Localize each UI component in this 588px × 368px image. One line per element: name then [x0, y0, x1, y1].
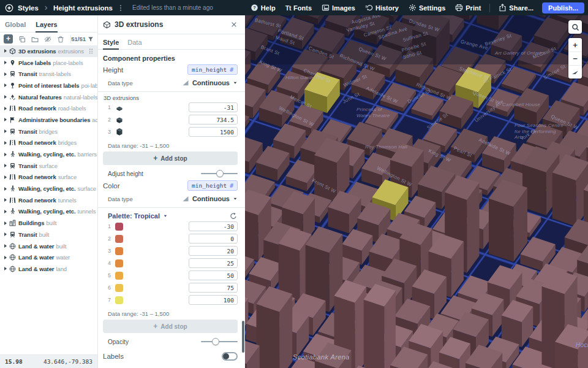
height-field-chip[interactable]: min_height # — [187, 64, 238, 75]
layer-item-built[interactable]: Buildingsbuilt — [0, 217, 97, 229]
layer-item-place-labels[interactable]: Place labelsplace-labels — [0, 57, 97, 69]
layer-item-surface[interactable]: Road networksurface — [0, 172, 97, 183]
kebab-menu-icon[interactable] — [117, 4, 124, 12]
duplicate-layer-button[interactable] — [18, 36, 26, 43]
chevron-right-icon[interactable] — [4, 49, 7, 53]
add-height-stop-button[interactable]: + Add stop — [103, 151, 238, 165]
chevron-right-icon[interactable] — [4, 129, 7, 133]
zoom-in-button[interactable]: + — [568, 38, 582, 52]
color-stop-input[interactable] — [189, 258, 238, 268]
labels-toggle[interactable] — [222, 352, 238, 361]
settings-button[interactable]: Settings — [405, 0, 449, 15]
chevron-right-icon[interactable] — [4, 118, 7, 121]
layer-item-extrusions[interactable]: 3D extrusionsextrusions — [0, 45, 97, 57]
add-layer-button[interactable]: + — [4, 34, 13, 44]
tab-layers[interactable]: Layers — [36, 21, 57, 32]
map-canvas[interactable] — [245, 15, 588, 368]
palette-title[interactable]: Palette: Tropical — [108, 212, 160, 220]
adjust-height-slider[interactable] — [201, 169, 238, 178]
publish-button[interactable]: Publish... — [542, 2, 584, 13]
chevron-right-icon[interactable] — [4, 153, 7, 156]
layer-item-barriers-bridges[interactable]: Walking, cycling, etc.barriers-bridges — [0, 148, 97, 160]
opacity-slider[interactable] — [201, 337, 238, 346]
hide-layer-button[interactable] — [44, 36, 51, 43]
add-color-stop-button[interactable]: + Add stop — [103, 320, 238, 333]
chevron-right-icon[interactable] — [4, 83, 7, 87]
color-swatch[interactable] — [115, 296, 123, 304]
chevron-right-icon[interactable] — [4, 244, 7, 248]
chevron-right-icon[interactable] — [4, 267, 7, 270]
history-button[interactable]: History — [361, 0, 402, 15]
chevron-right-icon[interactable] — [4, 141, 7, 145]
height-stop-input[interactable] — [189, 102, 238, 112]
chevron-right-icon[interactable] — [4, 187, 7, 191]
chevron-right-icon[interactable] — [4, 72, 7, 76]
layer-item-natural-labels[interactable]: Natural featuresnatural-labels — [0, 91, 97, 103]
close-panel-button[interactable] — [229, 20, 239, 29]
layer-item-bridges[interactable]: Transitbridges — [0, 126, 97, 137]
chevron-right-icon[interactable] — [4, 107, 7, 110]
tab-global[interactable]: Global — [5, 21, 26, 32]
color-stop-input[interactable] — [189, 295, 238, 305]
fonts-button[interactable]: Tt Fonts — [282, 0, 315, 15]
map-search-button[interactable] — [568, 20, 582, 34]
color-stop-input[interactable] — [189, 221, 238, 231]
chevron-right-icon[interactable] — [4, 175, 7, 179]
layer-counter[interactable]: 51/51 — [71, 36, 94, 42]
layer-item-transit-labels[interactable]: Transittransit-labels — [0, 68, 97, 80]
layer-item-poi-labels[interactable]: Point of interest labelspoi-labels — [0, 80, 97, 91]
breadcrumb-product[interactable]: Styles — [18, 4, 39, 12]
layer-item-bridges[interactable]: Road networkbridges — [0, 137, 97, 149]
layer-item-land[interactable]: Land & waterland — [0, 263, 97, 275]
color-stop-input[interactable] — [189, 283, 238, 293]
layer-item-tunnels[interactable]: Road networktunnels — [0, 194, 97, 206]
color-swatch[interactable] — [115, 223, 123, 231]
share-button[interactable]: Share... — [495, 0, 537, 15]
reverse-palette-button[interactable] — [229, 212, 238, 220]
color-field-chip[interactable]: min_height # — [187, 180, 238, 191]
layer-item-admin[interactable]: Administrative boundariesadmin — [0, 114, 97, 126]
layer-item-road-labels[interactable]: Road networkroad-labels — [0, 102, 97, 114]
chevron-right-icon[interactable] — [4, 256, 7, 259]
group-layers-button[interactable] — [31, 36, 39, 43]
chevron-right-icon[interactable] — [4, 221, 7, 225]
color-stop-input[interactable] — [189, 270, 238, 280]
slider-thumb[interactable] — [212, 338, 219, 345]
color-swatch[interactable] — [115, 272, 123, 280]
print-button[interactable]: Print — [451, 0, 484, 15]
color-swatch[interactable] — [115, 284, 123, 292]
chevron-right-icon[interactable] — [4, 61, 7, 64]
slider-thumb[interactable] — [216, 170, 224, 177]
color-swatch[interactable] — [115, 259, 123, 267]
chevron-right-icon[interactable] — [4, 95, 7, 99]
help-button[interactable]: ? Help — [247, 0, 279, 15]
layer-item-built[interactable]: Transitbuilt — [0, 229, 97, 240]
color-stop-input[interactable] — [189, 234, 238, 243]
chevron-right-icon[interactable] — [4, 198, 7, 202]
map-view[interactable]: Bathurst StPortland StMaud StBrant StCam… — [245, 15, 588, 368]
color-swatch[interactable] — [115, 247, 123, 255]
mapbox-logo-icon[interactable] — [5, 4, 13, 12]
color-stop-input[interactable] — [189, 246, 238, 256]
layer-item-surface[interactable]: Walking, cycling, etc.surface — [0, 183, 97, 194]
color-swatch[interactable] — [115, 235, 123, 243]
height-data-type-select[interactable]: Continuous — [182, 79, 238, 86]
layer-item-built[interactable]: Land & waterbuilt — [0, 240, 97, 252]
layer-item-tunnels[interactable]: Walking, cycling, etc.tunnels — [0, 206, 97, 218]
chevron-right-icon[interactable] — [4, 210, 7, 213]
height-stop-input[interactable] — [189, 115, 238, 125]
zoom-out-button[interactable]: − — [568, 52, 582, 65]
layer-item-water[interactable]: Land & waterwater — [0, 251, 97, 263]
chevron-right-icon[interactable] — [4, 164, 7, 167]
drag-handle-icon[interactable] — [88, 48, 94, 55]
height-stop-input[interactable] — [189, 127, 238, 137]
tab-style[interactable]: Style — [103, 39, 119, 49]
layer-item-surface[interactable]: Transitsurface — [0, 160, 97, 172]
images-button[interactable]: Images — [318, 0, 359, 15]
color-data-type-select[interactable]: Continuous — [182, 195, 238, 202]
chevron-right-icon[interactable] — [4, 232, 7, 236]
tab-data[interactable]: Data — [127, 39, 141, 49]
delete-layer-button[interactable] — [57, 36, 64, 43]
pitch-bearing-button[interactable] — [568, 65, 582, 79]
panel-scrollbar[interactable] — [242, 321, 244, 353]
